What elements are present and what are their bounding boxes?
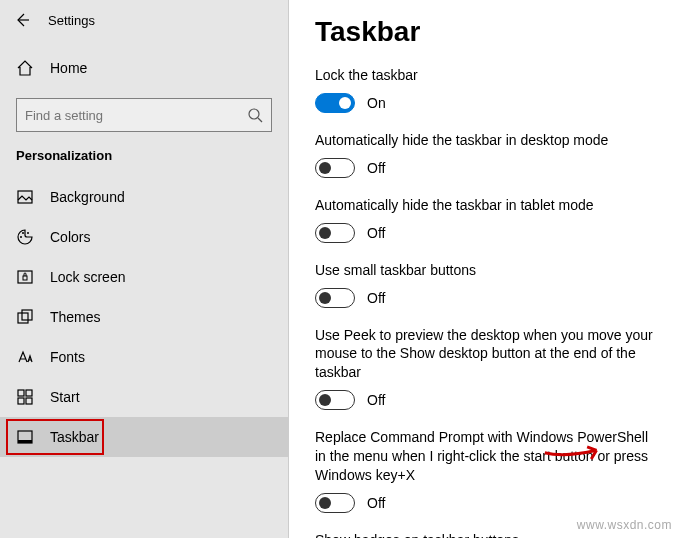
search-box[interactable] bbox=[16, 98, 272, 132]
home-nav[interactable]: Home bbox=[0, 48, 288, 88]
page-title: Taskbar bbox=[315, 16, 656, 48]
sidebar-item-label: Start bbox=[50, 389, 80, 405]
setting-group: Show badges on taskbar buttonsOn bbox=[315, 531, 656, 538]
svg-point-4 bbox=[27, 232, 29, 234]
svg-rect-8 bbox=[22, 310, 32, 320]
toggle-state-label: Off bbox=[367, 225, 385, 241]
back-button[interactable] bbox=[8, 6, 36, 34]
toggle-state-label: On bbox=[367, 95, 386, 111]
svg-point-2 bbox=[20, 236, 22, 238]
svg-rect-14 bbox=[18, 440, 32, 443]
sidebar-item-label: Taskbar bbox=[50, 429, 99, 445]
taskbar-icon bbox=[16, 428, 36, 446]
toggle-state-label: Off bbox=[367, 290, 385, 306]
sidebar-item-fonts[interactable]: Fonts bbox=[0, 337, 288, 377]
toggle-row: On bbox=[315, 93, 656, 113]
sidebar-item-label: Fonts bbox=[50, 349, 85, 365]
svg-point-0 bbox=[249, 109, 259, 119]
setting-group: Use small taskbar buttonsOff bbox=[315, 261, 656, 308]
sidebar-item-label: Background bbox=[50, 189, 125, 205]
toggle-state-label: Off bbox=[367, 495, 385, 511]
background-icon bbox=[16, 188, 36, 206]
back-arrow-icon bbox=[14, 12, 30, 28]
sidebar-item-lockscreen[interactable]: Lock screen bbox=[0, 257, 288, 297]
main-content: Taskbar Lock the taskbarOnAutomatically … bbox=[289, 0, 682, 538]
sidebar-item-label: Themes bbox=[50, 309, 101, 325]
toggle-row: Off bbox=[315, 493, 656, 513]
svg-rect-1 bbox=[18, 191, 32, 203]
setting-label: Lock the taskbar bbox=[315, 66, 656, 85]
setting-group: Automatically hide the taskbar in tablet… bbox=[315, 196, 656, 243]
titlebar: Settings bbox=[0, 0, 288, 40]
toggle-switch[interactable] bbox=[315, 493, 355, 513]
toggle-switch[interactable] bbox=[315, 288, 355, 308]
toggle-switch[interactable] bbox=[315, 390, 355, 410]
search-input[interactable] bbox=[25, 108, 247, 123]
sidebar: Settings Home Personalization Background… bbox=[0, 0, 289, 538]
colors-icon bbox=[16, 228, 36, 246]
search-icon bbox=[247, 107, 263, 123]
svg-rect-12 bbox=[26, 398, 32, 404]
toggle-row: Off bbox=[315, 223, 656, 243]
themes-icon bbox=[16, 308, 36, 326]
setting-group: Replace Command Prompt with Windows Powe… bbox=[315, 428, 656, 513]
window-title: Settings bbox=[48, 13, 95, 28]
home-label: Home bbox=[50, 60, 87, 76]
category-header: Personalization bbox=[0, 144, 288, 177]
svg-point-3 bbox=[22, 232, 24, 234]
setting-group: Automatically hide the taskbar in deskto… bbox=[315, 131, 656, 178]
svg-rect-10 bbox=[26, 390, 32, 396]
fonts-icon bbox=[16, 348, 36, 366]
nav-list: BackgroundColorsLock screenThemesFontsSt… bbox=[0, 177, 288, 457]
sidebar-item-start[interactable]: Start bbox=[0, 377, 288, 417]
toggle-row: Off bbox=[315, 288, 656, 308]
setting-label: Automatically hide the taskbar in tablet… bbox=[315, 196, 656, 215]
setting-label: Use Peek to preview the desktop when you… bbox=[315, 326, 656, 383]
svg-rect-9 bbox=[18, 390, 24, 396]
toggle-state-label: Off bbox=[367, 392, 385, 408]
svg-rect-11 bbox=[18, 398, 24, 404]
svg-rect-7 bbox=[18, 313, 28, 323]
toggle-row: Off bbox=[315, 390, 656, 410]
toggle-state-label: Off bbox=[367, 160, 385, 176]
toggle-switch[interactable] bbox=[315, 93, 355, 113]
start-icon bbox=[16, 388, 36, 406]
setting-label: Use small taskbar buttons bbox=[315, 261, 656, 280]
svg-rect-6 bbox=[23, 276, 27, 280]
setting-label: Automatically hide the taskbar in deskto… bbox=[315, 131, 656, 150]
sidebar-item-label: Lock screen bbox=[50, 269, 125, 285]
toggle-switch[interactable] bbox=[315, 223, 355, 243]
home-icon bbox=[16, 59, 36, 77]
setting-group: Lock the taskbarOn bbox=[315, 66, 656, 113]
sidebar-item-themes[interactable]: Themes bbox=[0, 297, 288, 337]
setting-label: Show badges on taskbar buttons bbox=[315, 531, 656, 538]
setting-label: Replace Command Prompt with Windows Powe… bbox=[315, 428, 656, 485]
sidebar-item-background[interactable]: Background bbox=[0, 177, 288, 217]
sidebar-item-label: Colors bbox=[50, 229, 90, 245]
toggle-switch[interactable] bbox=[315, 158, 355, 178]
toggle-row: Off bbox=[315, 158, 656, 178]
sidebar-item-colors[interactable]: Colors bbox=[0, 217, 288, 257]
setting-group: Use Peek to preview the desktop when you… bbox=[315, 326, 656, 411]
sidebar-item-taskbar[interactable]: Taskbar bbox=[0, 417, 288, 457]
lockscreen-icon bbox=[16, 268, 36, 286]
